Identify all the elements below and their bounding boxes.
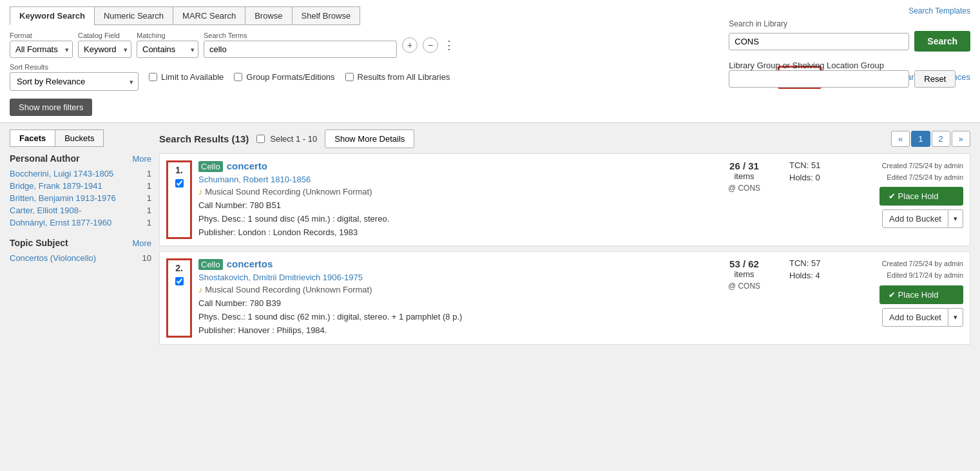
sort-group: Sort Results Sort by Relevance Sort by T… [10, 63, 139, 91]
format-select[interactable]: All Formats Books DVDs Music CDs [10, 41, 73, 58]
result-location-1: @ CONS [706, 184, 783, 193]
sort-label: Sort Results [10, 63, 139, 71]
select-range-label: Select 1 - 10 [270, 134, 317, 144]
result-checkbox-2[interactable] [175, 277, 184, 285]
facet-tabs: Facets Buckets [10, 130, 151, 147]
result-call-number-2: Call Number: 780 B39 [198, 297, 699, 311]
search-terms-input[interactable] [204, 41, 397, 58]
result-author-2[interactable]: Shostakovich, Dmitrii Dmitrievich 1906-1… [198, 273, 699, 282]
format-group: Format All Formats Books DVDs Music CDs [10, 32, 73, 58]
result-items-count-2: 53 / 62 [706, 258, 783, 269]
limit-available-label: Limit to Available [161, 72, 224, 82]
results-all-libraries-checkbox[interactable] [345, 73, 354, 81]
show-more-filters-button[interactable]: Show more filters [10, 99, 92, 116]
facet-count-britten: 1 [147, 193, 151, 203]
pagination-next[interactable]: » [952, 131, 970, 147]
add-to-bucket-arrow-2[interactable]: ▾ [948, 308, 963, 327]
result-title-2[interactable]: concertos [227, 258, 273, 269]
result-number-col-1: 1. [166, 160, 192, 239]
music-icon-2: ♪ [198, 285, 203, 294]
result-main-1: Cello concerto Schumann, Robert 1810-185… [198, 160, 699, 239]
pagination-page-1[interactable]: 1 [911, 131, 930, 147]
results-all-libraries-label: Results from All Libraries [358, 72, 450, 82]
pagination-page-2[interactable]: 2 [932, 131, 950, 147]
facet-link-boccherini[interactable]: Boccherini, Luigi 1743-1805 [10, 169, 113, 178]
place-hold-button-2[interactable]: ✔ Place Hold [879, 285, 963, 304]
limit-available-checkbox-group[interactable]: Limit to Available [149, 72, 224, 82]
limit-available-checkbox[interactable] [149, 73, 157, 81]
add-to-bucket-button-1[interactable]: Add to Bucket [882, 209, 948, 228]
group-formats-checkbox[interactable] [234, 73, 242, 81]
group-formats-checkbox-group[interactable]: Group Formats/Editions [234, 72, 334, 82]
tab-numeric-search[interactable]: Numeric Search [94, 6, 173, 25]
facet-link-britten[interactable]: Britten, Benjamin 1913-1976 [10, 193, 116, 203]
result-author-1[interactable]: Schumann, Robert 1810-1856 [198, 175, 699, 184]
tab-marc-search[interactable]: MARC Search [173, 6, 245, 25]
search-in-library-input[interactable] [729, 33, 909, 50]
result-phys-desc-2: Phys. Desc.: 1 sound disc (62 min.) : di… [198, 311, 699, 324]
select-range-checkbox[interactable] [256, 135, 265, 143]
reset-button[interactable]: Reset [914, 70, 956, 88]
select-range-group[interactable]: Select 1 - 10 [256, 134, 317, 144]
remove-search-term-button[interactable]: − [423, 37, 438, 53]
group-formats-label: Group Formats/Editions [246, 72, 334, 82]
search-button[interactable]: Search [914, 31, 970, 52]
table-row: 1. Cello concerto Schumann, Robert 1810-… [159, 153, 970, 246]
result-number-1: 1. [175, 165, 183, 175]
results-all-libraries-checkbox-group[interactable]: Results from All Libraries [345, 72, 450, 82]
facet-link-carter[interactable]: Carter, Elliott 1908- [10, 206, 81, 215]
facet-personal-author: Personal Author More Boccherini, Luigi 1… [10, 153, 151, 229]
results-header-row: Search Results (13) Select 1 - 10 Show M… [159, 130, 970, 148]
list-item: Bridge, Frank 1879-1941 1 [10, 180, 151, 192]
pagination-prev[interactable]: « [891, 131, 910, 147]
search-terms-label: Search Terms [204, 32, 397, 39]
holds-value-2: 4 [815, 271, 820, 280]
matching-select[interactable]: Contains Starts With Exact [137, 41, 198, 58]
facet-personal-author-header: Personal Author More [10, 153, 151, 164]
library-group-input[interactable] [729, 70, 909, 88]
result-format-text-1: Musical Sound Recording (Unknown Format) [205, 187, 372, 197]
format-label: Format [10, 32, 73, 39]
result-title-1[interactable]: concerto [227, 160, 267, 171]
result-checkbox-1[interactable] [175, 179, 184, 187]
result-dates-1: Created 7/25/24 by admin Edited 7/25/24 … [881, 160, 963, 183]
library-group-label: Library Group or Shelving Location Group [729, 61, 884, 70]
catalog-field-select[interactable]: Keyword Title Author Subject [78, 41, 131, 58]
add-search-term-button[interactable]: + [402, 37, 418, 53]
results-header-left: Search Results (13) Select 1 - 10 Show M… [159, 130, 414, 148]
result-edited-1: Edited 7/25/24 by admin [881, 172, 963, 184]
facet-count-dohnanyi: 1 [147, 218, 151, 227]
tab-shelf-browse[interactable]: Shelf Browse [292, 6, 361, 25]
facet-topic-subject: Topic Subject More Concertos (Violoncell… [10, 238, 151, 264]
table-row: 2. Cello concertos Shostakovich, Dmitrii… [159, 251, 970, 344]
library-group-row: Reset [729, 70, 970, 88]
result-number-col-2: 2. [166, 258, 192, 337]
add-to-bucket-arrow-1[interactable]: ▾ [948, 209, 963, 228]
facet-link-dohnanyi[interactable]: Dohnányi, Ernst 1877-1960 [10, 218, 111, 227]
facet-link-bridge[interactable]: Bridge, Frank 1879-1941 [10, 181, 102, 191]
facet-tab-buckets[interactable]: Buckets [55, 130, 104, 147]
search-templates-link[interactable]: Search Templates [908, 6, 970, 15]
sort-select[interactable]: Sort by Relevance Sort by Title Sort by … [10, 72, 139, 91]
search-in-library-label: Search in Library [729, 19, 970, 28]
add-to-bucket-button-2[interactable]: Add to Bucket [882, 308, 948, 327]
result-created-2: Created 7/25/24 by admin [881, 258, 963, 270]
result-highlight-2: Cello [198, 259, 223, 270]
result-dates-2: Created 7/25/24 by admin Edited 9/17/24 … [881, 258, 963, 281]
facet-link-concertos[interactable]: Concertos (Violoncello) [10, 253, 96, 263]
result-created-1: Created 7/25/24 by admin [881, 160, 963, 172]
search-in-library-section: Search in Library Search [729, 19, 970, 52]
facet-personal-author-more[interactable]: More [132, 154, 151, 164]
facet-topic-subject-more[interactable]: More [132, 238, 151, 248]
library-group-section: Library Group or Shelving Location Group… [729, 61, 970, 88]
matching-label: Matching [137, 32, 198, 39]
result-format-2: ♪ Musical Sound Recording (Unknown Forma… [198, 285, 699, 294]
facet-topic-subject-header: Topic Subject More [10, 238, 151, 248]
tab-keyword-search[interactable]: Keyword Search [10, 6, 94, 25]
place-hold-button-1[interactable]: ✔ Place Hold [879, 187, 963, 206]
more-options-button[interactable]: ⋮ [443, 38, 455, 52]
show-more-details-button[interactable]: Show More Details [325, 130, 414, 148]
facet-tab-facets[interactable]: Facets [10, 130, 55, 147]
tab-browse[interactable]: Browse [245, 6, 291, 25]
search-library-row: Search [729, 31, 970, 52]
